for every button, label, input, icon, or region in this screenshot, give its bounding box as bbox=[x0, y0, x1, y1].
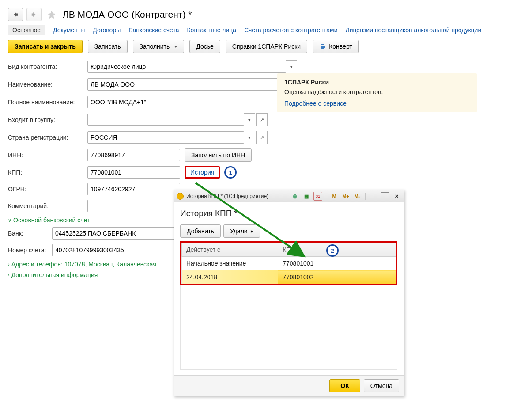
kpp-field[interactable] bbox=[87, 166, 180, 179]
badge-2: 2 bbox=[326, 244, 339, 257]
type-dropdown-button[interactable]: ▾ bbox=[286, 60, 297, 73]
section-bank-label: Основной банковский счет bbox=[13, 217, 90, 224]
dialog-window-title: История КПП * (1С:Предприятие) bbox=[186, 193, 268, 199]
comment-field[interactable] bbox=[87, 200, 180, 212]
save-button[interactable]: Записать bbox=[88, 40, 128, 53]
envelope-label: Конверт bbox=[329, 43, 352, 50]
section-extra-label: Дополнительная информация bbox=[11, 271, 98, 278]
calendar-green-icon[interactable]: ▦ bbox=[302, 192, 311, 201]
label-full-name: Полное наименование: bbox=[8, 99, 87, 106]
section-addr-label: Адрес и телефон: 107078, Москва г, Калан… bbox=[11, 261, 156, 268]
country-field[interactable] bbox=[87, 131, 244, 144]
envelope-button[interactable]: Конверт bbox=[313, 40, 359, 53]
label-acct: Номер счета: bbox=[8, 247, 52, 254]
tab-main[interactable]: Основное bbox=[8, 25, 45, 35]
save-close-button[interactable]: Записать и закрыть bbox=[8, 40, 83, 53]
memory-mplus-button[interactable]: M+ bbox=[341, 192, 350, 201]
memory-m-button[interactable]: M bbox=[330, 192, 339, 201]
bank-field[interactable] bbox=[52, 227, 180, 240]
ogrn-field[interactable] bbox=[87, 183, 180, 195]
type-field[interactable] bbox=[87, 61, 286, 73]
badge-1: 1 bbox=[224, 166, 237, 179]
minimize-button[interactable] bbox=[369, 192, 378, 201]
dialog-delete-button[interactable]: Удалить bbox=[223, 224, 260, 238]
printer-icon bbox=[319, 43, 326, 50]
memory-mminus-button[interactable]: M- bbox=[353, 192, 362, 201]
label-bank: Банк: bbox=[8, 230, 52, 237]
label-comment: Комментарий: bbox=[8, 202, 87, 209]
dialog-header: История КПП * bbox=[180, 209, 397, 218]
dossier-button[interactable]: Досье bbox=[189, 40, 220, 53]
chevron-right-icon: › bbox=[8, 262, 10, 267]
kpp-history-table[interactable]: Действует с КПП Начальное значение 77080… bbox=[181, 243, 396, 284]
col-from[interactable]: Действует с bbox=[182, 243, 278, 257]
dialog-cancel-button[interactable]: Отмена bbox=[364, 379, 399, 392]
dialog-add-button[interactable]: Добавить bbox=[180, 224, 221, 238]
tab-licenses[interactable]: Лицензии поставщиков алкогольной продукц… bbox=[346, 25, 482, 35]
kpp-history-dialog: История КПП * (1С:Предприятие) ▦ 31 M M+… bbox=[174, 190, 404, 396]
country-dropdown-button[interactable]: ▾ bbox=[244, 131, 255, 144]
country-open-button[interactable]: ↗ bbox=[256, 131, 268, 144]
table-blank-area bbox=[180, 285, 397, 370]
acct-field[interactable] bbox=[52, 244, 180, 256]
group-field[interactable] bbox=[87, 114, 244, 126]
spark-title: 1СПАРК Риски bbox=[284, 79, 470, 86]
label-country: Страна регистрации: bbox=[8, 134, 87, 141]
tab-accounts[interactable]: Счета расчетов с контрагентами bbox=[244, 25, 337, 35]
label-kpp: КПП: bbox=[8, 169, 87, 176]
label-inn: ИНН: bbox=[8, 152, 87, 159]
table-row-selected[interactable]: 24.04.2018 770801002 bbox=[182, 270, 396, 284]
cell-kpp: 770801002 bbox=[278, 270, 396, 284]
chevron-down-icon: ∨ bbox=[8, 217, 11, 223]
label-name: Наименование: bbox=[8, 81, 87, 88]
tab-documents[interactable]: Документы bbox=[53, 25, 85, 35]
kpp-history-link[interactable]: История bbox=[190, 169, 214, 176]
tab-contracts[interactable]: Договоры bbox=[93, 25, 121, 35]
name-field[interactable] bbox=[87, 78, 297, 91]
tab-bank-accounts[interactable]: Банковские счета bbox=[128, 25, 179, 35]
spark-button[interactable]: Справки 1СПАРК Риски bbox=[226, 40, 307, 53]
inn-field[interactable] bbox=[87, 149, 180, 161]
spark-panel: 1СПАРК Риски Оценка надёжности контраген… bbox=[277, 73, 477, 112]
spark-desc: Оценка надёжности контрагентов. bbox=[284, 88, 470, 95]
cell-from: 24.04.2018 bbox=[182, 270, 278, 284]
cell-from: Начальное значение bbox=[182, 257, 278, 270]
print-icon[interactable] bbox=[291, 192, 299, 201]
table-row[interactable]: Начальное значение 770801001 bbox=[182, 257, 396, 270]
close-button[interactable]: ✕ bbox=[392, 192, 401, 201]
nav-forward-button[interactable] bbox=[26, 8, 42, 21]
group-open-button[interactable]: ↗ bbox=[256, 113, 268, 126]
fill-button[interactable]: Заполнить bbox=[133, 40, 185, 53]
label-group: Входит в группу: bbox=[8, 116, 87, 123]
fill-by-inn-button[interactable]: Заполнить по ИНН bbox=[185, 148, 252, 162]
app-icon bbox=[177, 193, 184, 200]
group-dropdown-button[interactable]: ▾ bbox=[244, 113, 255, 126]
label-type: Вид контрагента: bbox=[8, 63, 87, 70]
nav-back-button[interactable] bbox=[8, 8, 23, 21]
maximize-button[interactable] bbox=[381, 192, 389, 201]
page-title: ЛВ МОДА ООО (Контрагент) * bbox=[63, 9, 192, 20]
dialog-ok-button[interactable]: ОК bbox=[329, 379, 360, 392]
cell-kpp: 770801001 bbox=[278, 257, 396, 270]
spark-more-link[interactable]: Подробнее о сервисе bbox=[284, 100, 347, 107]
favorite-star-icon[interactable] bbox=[47, 10, 57, 19]
chevron-right-icon: › bbox=[8, 272, 10, 278]
label-ogrn: ОГРН: bbox=[8, 186, 87, 193]
calendar-31-icon[interactable]: 31 bbox=[313, 192, 322, 201]
tab-contacts[interactable]: Контактные лица bbox=[187, 25, 236, 35]
